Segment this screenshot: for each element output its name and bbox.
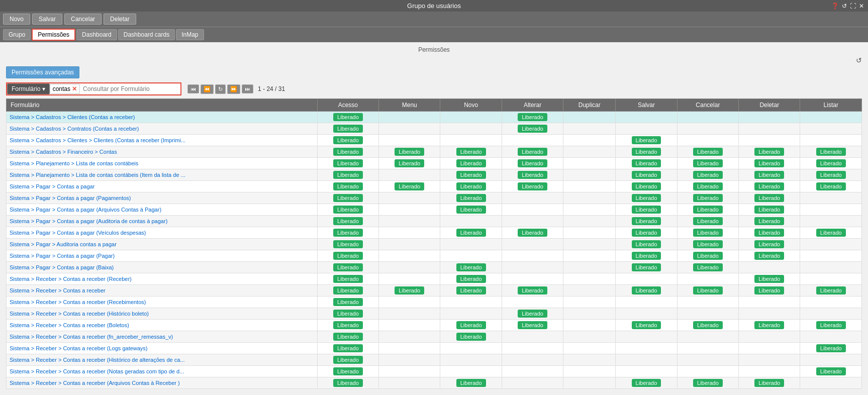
cell-salvar [616, 112, 677, 123]
cell-menu [379, 320, 440, 331]
badge-liberado: Liberado [333, 367, 363, 375]
badge-liberado: Liberado [632, 171, 661, 179]
cell-listar [800, 250, 862, 262]
novo-button[interactable]: Novo [3, 14, 30, 25]
cell-menu [379, 204, 440, 216]
page-last[interactable]: ⏭ [242, 84, 253, 93]
cancelar-button[interactable]: Cancelar [64, 14, 102, 25]
cell-menu: Liberado [379, 181, 440, 192]
cell-salvar: Liberado [616, 262, 677, 273]
cell-acesso: Liberado [317, 331, 378, 343]
cell-deletar [739, 366, 800, 377]
badge-liberado: Liberado [632, 136, 661, 144]
page-prev[interactable]: ⏪ [201, 84, 214, 94]
cell-listar [800, 123, 862, 135]
section-title: Permissões [6, 46, 862, 53]
filter-dropdown[interactable]: Formulário ▾ [7, 83, 50, 94]
cell-listar: Liberado [800, 181, 862, 192]
badge-liberado: Liberado [693, 194, 723, 202]
cell-duplicar [563, 146, 616, 158]
page-refresh[interactable]: ↻ [215, 84, 226, 94]
help-icon[interactable]: ❓ [831, 3, 839, 10]
cell-alterar [502, 192, 563, 204]
col-acesso: Acesso [317, 99, 378, 112]
close-icon[interactable]: ✕ [859, 3, 864, 10]
tab-dashboard[interactable]: Dashboard [76, 29, 117, 40]
salvar-button[interactable]: Salvar [32, 14, 62, 25]
cell-cancelar [677, 273, 738, 285]
cell-deletar [739, 343, 800, 354]
cell-cancelar: Liberado [677, 250, 738, 262]
cell-form: Sistema > Cadastros > Contratos (Contas … [7, 123, 318, 135]
badge-liberado: Liberado [816, 229, 846, 237]
col-listar: Listar [800, 99, 862, 112]
table-row: Sistema > Pagar > Contas a pagar (Audito… [7, 216, 862, 227]
badge-liberado: Liberado [754, 321, 784, 329]
cell-novo: Liberado [440, 320, 502, 331]
tab-inmap[interactable]: InMap [176, 29, 204, 40]
table-row: Sistema > Planejamento > Lista de contas… [7, 158, 862, 169]
cell-duplicar [563, 273, 616, 285]
expand-icon[interactable]: ⛶ [850, 3, 856, 10]
badge-liberado: Liberado [754, 275, 784, 283]
cell-form: Sistema > Pagar > Contas a pagar (Pagame… [7, 192, 318, 204]
badge-liberado: Liberado [754, 159, 784, 167]
page-first[interactable]: ⏮ [187, 84, 199, 93]
badge-liberado: Liberado [816, 344, 846, 352]
cell-salvar: Liberado [616, 146, 677, 158]
tab-dashboard-cards[interactable]: Dashboard cards [118, 29, 175, 40]
badge-liberado: Liberado [693, 182, 723, 190]
badge-liberado: Liberado [395, 159, 424, 167]
cell-acesso: Liberado [317, 169, 378, 181]
tab-permissoes[interactable]: Permissões [32, 29, 75, 41]
cell-listar: Liberado [800, 343, 862, 354]
col-formulario: Formulário [7, 99, 318, 112]
badge-liberado: Liberado [333, 298, 363, 306]
cell-deletar [739, 354, 800, 366]
cell-acesso: Liberado [317, 192, 378, 204]
cell-listar: Liberado [800, 158, 862, 169]
cell-novo: Liberado [440, 181, 502, 192]
cell-cancelar: Liberado [677, 204, 738, 216]
cell-duplicar [563, 123, 616, 135]
history-icon[interactable]: ↺ [842, 3, 847, 10]
refresh-icon[interactable]: ↺ [856, 56, 862, 64]
badge-liberado: Liberado [693, 171, 723, 179]
badge-liberado: Liberado [632, 217, 661, 225]
cell-menu [379, 250, 440, 262]
adv-perm-button[interactable]: Permissões avançadas [6, 66, 79, 78]
cell-duplicar [563, 331, 616, 343]
badge-liberado: Liberado [816, 159, 846, 167]
badge-liberado: Liberado [754, 217, 784, 225]
cell-cancelar [677, 366, 738, 377]
cell-cancelar: Liberado [677, 146, 738, 158]
col-salvar: Salvar [616, 99, 677, 112]
filter-tag: contas ✕ [50, 84, 80, 94]
filter-tag-close[interactable]: ✕ [72, 85, 77, 92]
cell-deletar: Liberado [739, 169, 800, 181]
badge-liberado: Liberado [333, 136, 363, 144]
badge-liberado: Liberado [518, 171, 547, 179]
tab-grupo[interactable]: Grupo [3, 29, 31, 40]
deletar-button[interactable]: Deletar [104, 14, 136, 25]
badge-liberado: Liberado [518, 159, 547, 167]
badge-liberado: Liberado [754, 206, 784, 214]
cell-duplicar [563, 285, 616, 297]
cell-alterar [502, 366, 563, 377]
badge-liberado: Liberado [518, 148, 547, 156]
cell-duplicar [563, 227, 616, 239]
page-next[interactable]: ⏩ [227, 84, 240, 94]
cell-alterar [502, 354, 563, 366]
table-row: Sistema > Pagar > Auditoria contas a pag… [7, 239, 862, 250]
badge-liberado: Liberado [632, 182, 661, 190]
cell-acesso: Liberado [317, 320, 378, 331]
cell-alterar [502, 135, 563, 146]
filter-input[interactable] [80, 84, 180, 94]
cell-novo: Liberado [440, 192, 502, 204]
cell-alterar [502, 239, 563, 250]
cell-salvar [616, 123, 677, 135]
cell-duplicar [563, 181, 616, 192]
cell-cancelar: Liberado [677, 158, 738, 169]
badge-liberado: Liberado [333, 356, 363, 364]
cell-deletar: Liberado [739, 377, 800, 389]
